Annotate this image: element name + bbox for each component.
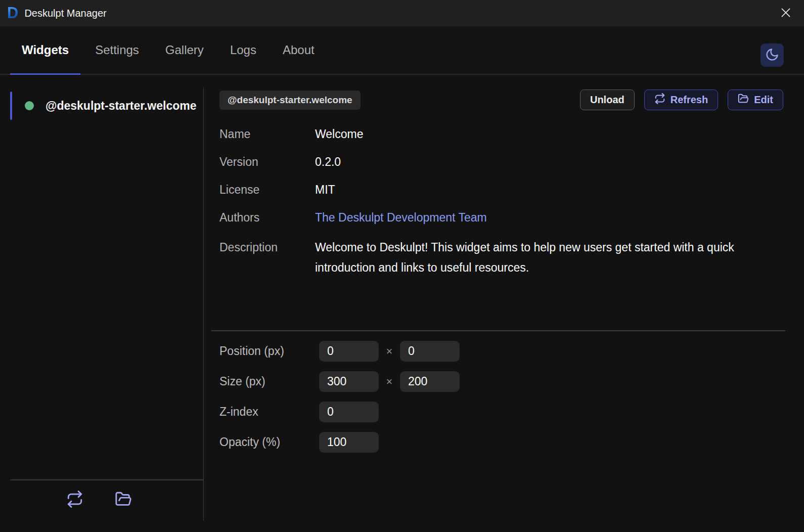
- zindex-input[interactable]: [319, 402, 379, 422]
- zindex-label: Z-index: [219, 405, 319, 419]
- size-label: Size (px): [219, 375, 319, 388]
- widget-info-fields: Name Welcome Version 0.2.0 License MIT A…: [219, 126, 783, 278]
- version-value: 0.2.0: [315, 154, 341, 170]
- refresh-button[interactable]: Refresh: [644, 90, 718, 110]
- rescan-widgets-button[interactable]: [66, 491, 84, 509]
- sidebar-footer-divider: [10, 479, 204, 480]
- moon-icon: [765, 48, 779, 63]
- titlebar: D Deskulpt Manager: [0, 0, 804, 26]
- edit-button[interactable]: Edit: [728, 90, 783, 110]
- name-label: Name: [219, 126, 315, 142]
- name-value: Welcome: [315, 126, 363, 142]
- tab-settings[interactable]: Settings: [83, 26, 151, 74]
- settings-row-opacity: Opacity (%): [219, 432, 783, 453]
- widget-list-item-label: @deskulpt-starter.welcome: [46, 99, 204, 113]
- header-buttons: Unload Refresh: [580, 90, 783, 110]
- dimension-separator: ×: [379, 345, 400, 358]
- content-area: @deskulpt-starter.welcome: [0, 75, 804, 532]
- field-row-version: Version 0.2.0: [219, 154, 783, 170]
- license-label: License: [219, 182, 315, 198]
- widget-settings: Position (px) × Size (px) × Z-index Opac…: [219, 341, 783, 453]
- tab-bar: Widgets Settings Gallery Logs About: [0, 26, 804, 75]
- folder-open-icon: [115, 491, 132, 509]
- opacity-label: Opacity (%): [219, 435, 319, 449]
- selected-indicator: [10, 92, 12, 120]
- position-label: Position (px): [219, 344, 319, 358]
- close-icon: [779, 6, 792, 21]
- size-height-input[interactable]: [400, 371, 460, 392]
- license-value: MIT: [315, 182, 335, 198]
- widget-list-item[interactable]: @deskulpt-starter.welcome: [0, 92, 204, 120]
- unload-button-label: Unload: [590, 94, 624, 106]
- description-label: Description: [219, 237, 315, 278]
- tab-about[interactable]: About: [271, 26, 326, 74]
- authors-value-link[interactable]: The Deskulpt Development Team: [315, 209, 487, 226]
- field-row-description: Description Welcome to Deskulpt! This wi…: [219, 237, 783, 278]
- description-value: Welcome to Deskulpt! This widget aims to…: [315, 237, 763, 278]
- version-label: Version: [219, 154, 315, 170]
- settings-row-size: Size (px) ×: [219, 371, 783, 392]
- settings-row-position: Position (px) ×: [219, 341, 783, 362]
- repeat-icon: [66, 491, 83, 509]
- window-title: Deskulpt Manager: [24, 8, 106, 19]
- unload-button[interactable]: Unload: [580, 90, 635, 110]
- app-logo-icon: D: [7, 5, 18, 21]
- position-y-input[interactable]: [400, 341, 460, 362]
- edit-button-label: Edit: [754, 94, 773, 106]
- close-window-button[interactable]: [777, 4, 795, 22]
- widget-status-dot: [25, 101, 34, 110]
- detail-header: @deskulpt-starter.welcome Unload Refre: [219, 90, 783, 110]
- open-widgets-folder-button[interactable]: [114, 491, 132, 509]
- refresh-icon: [654, 93, 665, 107]
- widget-list-sidebar: @deskulpt-starter.welcome: [0, 75, 204, 532]
- field-row-authors: Authors The Deskulpt Development Team: [219, 209, 783, 226]
- dimension-separator: ×: [379, 375, 400, 388]
- detail-section-divider: [211, 330, 785, 331]
- theme-toggle-button[interactable]: [761, 43, 784, 67]
- widget-id-badge: @deskulpt-starter.welcome: [219, 91, 361, 110]
- refresh-button-label: Refresh: [671, 94, 708, 106]
- settings-row-zindex: Z-index: [219, 402, 783, 422]
- tab-logs[interactable]: Logs: [218, 26, 268, 74]
- widget-detail-panel: @deskulpt-starter.welcome Unload Refre: [204, 75, 804, 532]
- authors-label: Authors: [219, 209, 315, 226]
- position-x-input[interactable]: [319, 341, 379, 362]
- sidebar-actions: [66, 491, 132, 509]
- folder-open-icon: [738, 93, 749, 107]
- field-row-license: License MIT: [219, 182, 783, 198]
- tab-widgets[interactable]: Widgets: [10, 26, 80, 74]
- tab-gallery[interactable]: Gallery: [154, 26, 215, 74]
- size-width-input[interactable]: [319, 371, 379, 392]
- opacity-input[interactable]: [319, 432, 379, 453]
- field-row-name: Name Welcome: [219, 126, 783, 142]
